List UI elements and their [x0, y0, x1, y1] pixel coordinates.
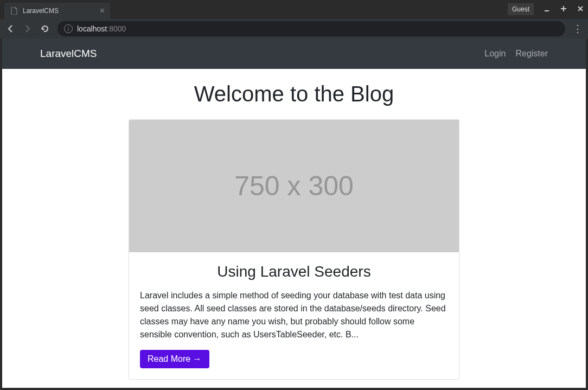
reload-icon[interactable]: [40, 24, 50, 34]
post-title: Using Laravel Seeders: [140, 263, 448, 280]
browser-tab[interactable]: LaravelCMS ×: [4, 3, 110, 19]
window-controls: Guest: [508, 3, 584, 15]
register-link[interactable]: Register: [515, 49, 548, 59]
address-bar: i localhost:8000 ⋮: [0, 19, 588, 39]
tab-title: LaravelCMS: [23, 7, 100, 15]
navbar-brand[interactable]: LaravelCMS: [40, 48, 97, 60]
back-icon[interactable]: [5, 24, 15, 34]
post-card: 750 x 300 Using Laravel Seeders Laravel …: [129, 119, 459, 380]
url-text: localhost:8000: [77, 24, 126, 33]
page-viewport[interactable]: LaravelCMS Login Register Welcome to the…: [2, 39, 586, 388]
page-title: Welcome to the Blog: [2, 82, 586, 106]
login-link[interactable]: Login: [484, 49, 506, 59]
file-icon: [10, 7, 18, 15]
navbar-nav: Login Register: [484, 49, 548, 59]
minimize-icon[interactable]: [544, 5, 550, 14]
tab-bar: LaravelCMS × Guest: [0, 0, 588, 19]
close-icon[interactable]: ×: [100, 7, 105, 15]
read-more-button[interactable]: Read More →: [140, 350, 209, 368]
browser-chrome: LaravelCMS × Guest i localhost: [0, 0, 588, 39]
info-icon[interactable]: i: [64, 24, 73, 33]
close-window-icon[interactable]: [577, 5, 584, 14]
maximize-icon[interactable]: [560, 5, 567, 14]
forward-icon: [23, 24, 33, 34]
post-image-placeholder: 750 x 300: [129, 120, 459, 252]
post-excerpt: Laravel includes a simple method of seed…: [140, 289, 448, 341]
site-navbar: LaravelCMS Login Register: [2, 39, 586, 69]
url-bar[interactable]: i localhost:8000: [57, 21, 565, 36]
menu-icon[interactable]: ⋮: [573, 23, 583, 35]
post-card-body: Using Laravel Seeders Laravel includes a…: [129, 252, 459, 379]
guest-badge[interactable]: Guest: [508, 3, 534, 15]
